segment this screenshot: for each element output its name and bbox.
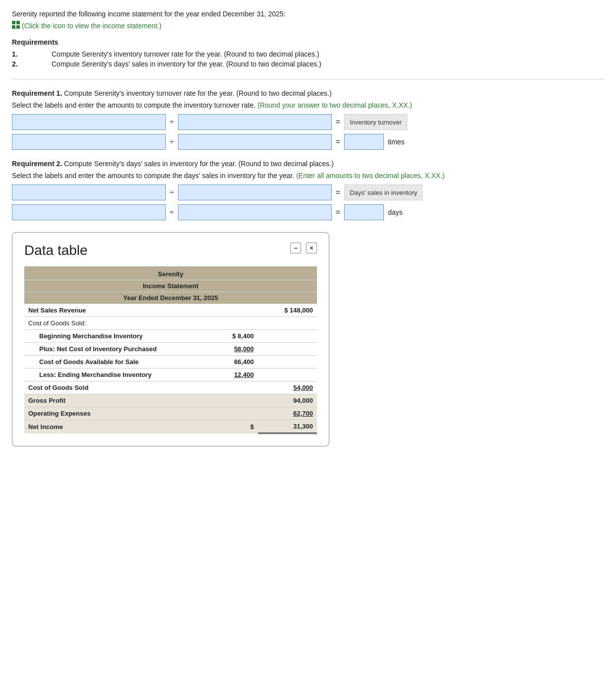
net-sales-label: Net Sales Revenue xyxy=(24,304,205,317)
end-inv-label: Less: Ending Merchandise Inventory xyxy=(24,369,205,381)
requirements-section: Requirements 1. Compute Serenity's inven… xyxy=(12,38,604,69)
intro-text: Serenity reported the following income s… xyxy=(12,10,604,18)
req1-row1-input-left[interactable] xyxy=(12,114,166,130)
gross-profit-col1 xyxy=(205,394,258,407)
cogs-total-label: Cost of Goods Sold xyxy=(24,381,205,394)
req1-row1-equals-symbol: = xyxy=(336,118,340,126)
requirements-table: 1. Compute Serenity's inventory turnover… xyxy=(12,49,321,69)
op-exp-col1 xyxy=(205,407,258,420)
grid-icon xyxy=(12,21,20,30)
req1-times-label: times xyxy=(388,138,404,146)
req1-title-rest: Compute Serenity's inventory turnover ra… xyxy=(62,89,331,97)
table-row: Net Income $ 31,300 xyxy=(24,420,317,434)
req1-instruction-text: Select the labels and enter the amounts … xyxy=(12,101,257,109)
income-statement-link[interactable]: (Click the icon to view the income state… xyxy=(12,21,162,30)
req1-row2-divide-symbol: ÷ xyxy=(170,137,174,146)
req1-green-note: (Round your answer to two decimal places… xyxy=(257,101,412,109)
op-exp-col2: 62,700 xyxy=(258,407,317,420)
end-inv-col2 xyxy=(258,369,317,381)
cogs-total-col2: 54,000 xyxy=(258,381,317,394)
req1-result-input[interactable] xyxy=(344,134,384,150)
requirements-title: Requirements xyxy=(12,38,604,46)
net-cost-label: Plus: Net Cost of Inventory Purchased xyxy=(24,343,205,356)
table-header-row-3: Year Ended December 31, 2025 xyxy=(24,292,317,304)
net-cost-col2 xyxy=(258,343,317,356)
cogs-col2 xyxy=(258,317,317,330)
table-row: Cost of Goods Available for Sale 66,400 xyxy=(24,356,317,369)
req1-row2-input-right[interactable] xyxy=(178,134,332,150)
beg-inv-label: Beginning Merchandise Inventory xyxy=(24,330,205,343)
svg-rect-0 xyxy=(12,21,15,24)
table-row: Gross Profit 94,000 xyxy=(24,394,317,407)
net-income-col2: 31,300 xyxy=(258,420,317,434)
table-row: Cost of Goods Sold 54,000 xyxy=(24,381,317,394)
table-row: Net Sales Revenue $ 148,000 xyxy=(24,304,317,317)
modal-close-button[interactable]: × xyxy=(306,243,317,253)
req-row-2: 2. Compute Serenity's days' sales in inv… xyxy=(12,59,321,69)
modal-minimize-button[interactable]: − xyxy=(290,243,301,253)
net-income-col1: $ xyxy=(205,420,258,434)
req1-title-bold: Requirement 1. xyxy=(12,89,62,97)
req-text-2: Compute Serenity's days' sales in invent… xyxy=(52,59,321,69)
req2-instruction-text: Select the labels and enter the amounts … xyxy=(12,172,296,180)
cog-avail-col1: 66,400 xyxy=(205,356,258,369)
net-cost-col1: 58,000 xyxy=(205,343,258,356)
req1-title: Requirement 1. Compute Serenity's invent… xyxy=(12,89,604,97)
modal-title: Data table xyxy=(24,243,88,258)
table-row: Less: Ending Merchandise Inventory 12,40… xyxy=(24,369,317,381)
modal-box: Data table − × Serenity Income Statement… xyxy=(12,232,329,446)
req1-row1-divide-symbol: ÷ xyxy=(170,118,174,126)
beg-inv-col1: $ 8,400 xyxy=(205,330,258,343)
req-number-1: 1. xyxy=(12,49,52,59)
table-row: Plus: Net Cost of Inventory Purchased 58… xyxy=(24,343,317,356)
req2-title: Requirement 2. Compute Serenity's days' … xyxy=(12,160,604,168)
req2-row1-input-left[interactable] xyxy=(12,185,166,200)
requirement-1-section: Requirement 1. Compute Serenity's invent… xyxy=(12,89,604,150)
table-period: Year Ended December 31, 2025 xyxy=(24,292,317,304)
table-row: Beginning Merchandise Inventory $ 8,400 xyxy=(24,330,317,343)
cogs-label: Cost of Goods Sold: xyxy=(24,317,205,330)
data-table-modal: Data table − × Serenity Income Statement… xyxy=(12,232,604,446)
req1-row2-input-left[interactable] xyxy=(12,134,166,150)
income-statement-table: Serenity Income Statement Year Ended Dec… xyxy=(24,266,317,434)
op-exp-label: Operating Expenses xyxy=(24,407,205,420)
link-text: (Click the icon to view the income state… xyxy=(22,22,162,30)
req2-row1-divide-symbol: ÷ xyxy=(170,188,174,197)
table-statement-type: Income Statement xyxy=(24,280,317,292)
req2-title-rest: Compute Serenity's days' sales in invent… xyxy=(62,160,334,168)
cog-avail-label: Cost of Goods Available for Sale xyxy=(24,356,205,369)
req-number-2: 2. xyxy=(12,59,52,69)
net-sales-col1 xyxy=(205,304,258,317)
svg-rect-1 xyxy=(16,21,20,24)
req1-row1-input-right[interactable] xyxy=(178,114,332,130)
req2-row2-equals-symbol: = xyxy=(336,208,340,217)
req2-row1-equals-symbol: = xyxy=(336,188,340,197)
req2-row2-divide-symbol: ÷ xyxy=(170,208,174,217)
beg-inv-col2 xyxy=(258,330,317,343)
table-header-row-1: Serenity xyxy=(24,266,317,280)
modal-header: Data table − × xyxy=(24,243,317,258)
requirement-2-section: Requirement 2. Compute Serenity's days' … xyxy=(12,160,604,220)
req-text-1: Compute Serenity's inventory turnover ra… xyxy=(52,49,321,59)
svg-rect-2 xyxy=(12,25,15,29)
table-company-name: Serenity xyxy=(24,266,317,280)
table-header-row-2: Income Statement xyxy=(24,280,317,292)
modal-controls: − × xyxy=(290,243,317,253)
req2-instruction: Select the labels and enter the amounts … xyxy=(12,172,604,180)
gross-profit-col2: 94,000 xyxy=(258,394,317,407)
req2-green-note: (Enter all amounts to two decimal places… xyxy=(296,172,445,180)
net-income-label: Net Income xyxy=(24,420,205,434)
svg-rect-3 xyxy=(16,25,20,29)
req2-days-label: days xyxy=(388,208,403,216)
req2-title-bold: Requirement 2. xyxy=(12,160,62,168)
req2-row2-input-left[interactable] xyxy=(12,204,166,220)
table-row: Cost of Goods Sold: xyxy=(24,317,317,330)
cog-avail-col2 xyxy=(258,356,317,369)
req2-row1-input-right[interactable] xyxy=(178,185,332,200)
end-inv-col1: 12,400 xyxy=(205,369,258,381)
req2-row2-input-right[interactable] xyxy=(178,204,332,220)
req-row-1: 1. Compute Serenity's inventory turnover… xyxy=(12,49,321,59)
section-divider xyxy=(12,79,604,79)
req1-instruction: Select the labels and enter the amounts … xyxy=(12,101,604,109)
req2-result-input[interactable] xyxy=(344,204,384,220)
